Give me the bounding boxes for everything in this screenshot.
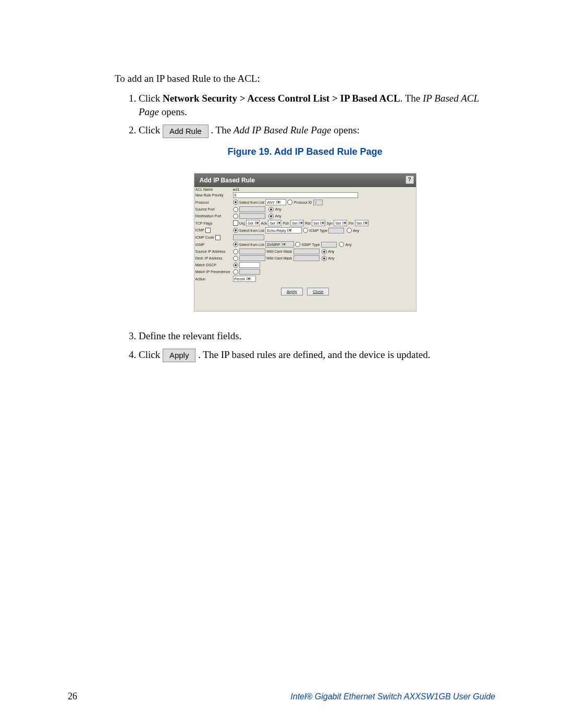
psh-label: Psh <box>283 221 289 225</box>
chevron-down-icon: ▼ <box>299 221 303 225</box>
igmp-select[interactable]: DVMRP▼ <box>265 241 294 248</box>
dialog-title-text: Add IP Based Rule <box>200 177 255 184</box>
dst-ip-label: Dest. IP Address <box>194 255 232 262</box>
step-4: Click Apply . The IP based rules are def… <box>139 348 495 363</box>
tcp-flags-checkbox[interactable] <box>233 220 238 226</box>
dialog-title: Add IP Based Rule ? <box>194 174 416 187</box>
add-rule-button[interactable]: Add Rule <box>163 125 209 138</box>
form-table: ACL Name acl1 New Rule Priority Protocol… <box>194 187 416 282</box>
icmp-select[interactable]: Echo-Reply▼ <box>265 227 302 233</box>
src-ip-any-radio[interactable] <box>322 249 327 254</box>
dialog-button-row: Apply Close <box>194 288 416 295</box>
icmp-type-input[interactable] <box>328 228 344 233</box>
dst-ip-mask-label: Wild Card Mask <box>266 256 292 260</box>
icmp-label: ICMP <box>194 227 232 234</box>
src-port-any-radio[interactable] <box>268 207 274 212</box>
icmp-checkbox[interactable] <box>205 228 211 233</box>
dst-ip-radio[interactable] <box>233 256 238 261</box>
protocol-id-radio[interactable] <box>287 200 292 205</box>
ack-label: Ack <box>261 221 267 225</box>
src-ip-mask-input[interactable] <box>293 249 320 254</box>
figure-caption: Figure 19. Add IP Based Rule Page <box>115 146 495 157</box>
action-select[interactable]: Permit▼ <box>233 276 256 282</box>
acl-name-label: ACL Name <box>194 187 232 192</box>
chevron-down-icon: ▼ <box>282 243 287 246</box>
page-number: 26 <box>68 691 77 702</box>
src-ip-mask-label: Wild Card Mask <box>266 250 292 253</box>
ipprec-radio[interactable] <box>233 269 238 275</box>
icmp-any-radio[interactable] <box>347 228 352 233</box>
icmp-list-radio[interactable] <box>233 228 238 233</box>
dst-port-radio[interactable] <box>233 214 238 219</box>
src-port-radio[interactable] <box>233 207 238 212</box>
src-ip-input[interactable] <box>239 249 265 254</box>
apply-button[interactable]: Apply <box>163 349 196 362</box>
dialog-close-button[interactable]: Close <box>307 288 329 295</box>
chevron-down-icon: ▼ <box>342 221 347 225</box>
select-from-list-label: Select from List <box>239 201 264 204</box>
chevron-down-icon: ▼ <box>287 229 292 232</box>
protocol-id-label: Protocol ID <box>294 201 312 204</box>
s4-text-b: . The IP based rules are defined, and th… <box>198 349 430 360</box>
icmp-code-checkbox[interactable] <box>215 235 221 240</box>
icmp-type-label: ICMP Type <box>310 229 327 232</box>
igmp-type-input[interactable] <box>321 242 337 248</box>
dst-port-any-label: Any <box>275 214 282 218</box>
ack-select[interactable]: Set▼ <box>268 220 282 226</box>
dst-ip-input[interactable] <box>239 255 265 261</box>
s2-text-a: Click <box>139 125 163 135</box>
fin-select[interactable]: Set▼ <box>355 220 369 226</box>
steps-list-continued: Define the relevant fields. Click Apply … <box>115 329 495 362</box>
steps-list: Click Network Security > Access Control … <box>115 92 495 138</box>
step-2: Click Add Rule . The Add IP Based Rule P… <box>139 124 495 138</box>
chevron-down-icon: ▼ <box>320 221 325 225</box>
page-footer: 26 Intel® Gigabit Ethernet Switch AXXSW1… <box>68 691 495 702</box>
icmp-type-radio[interactable] <box>303 228 308 233</box>
src-ip-label: Source IP Address <box>194 248 232 255</box>
dscp-input[interactable] <box>239 262 260 268</box>
rst-select[interactable]: Set▼ <box>312 220 325 226</box>
priority-input[interactable] <box>233 192 358 198</box>
dst-port-input[interactable] <box>239 213 265 219</box>
chevron-down-icon: ▼ <box>277 221 282 225</box>
footer-title: Intel® Gigabit Ethernet Switch AXXSW1GB … <box>290 692 495 701</box>
src-port-input[interactable] <box>239 206 265 212</box>
s2-text-b: . The <box>211 125 233 135</box>
icmp-code-input[interactable] <box>233 235 264 240</box>
s2-text-d: opens: <box>331 125 359 135</box>
ipprec-label: Match IP Precedence <box>194 268 232 275</box>
protocol-select[interactable]: ANY▼ <box>265 199 286 205</box>
igmp-list-radio[interactable] <box>233 242 238 247</box>
src-ip-any-label: Any <box>328 250 334 253</box>
action-label: Action <box>194 275 232 282</box>
intro-text: To add an IP based Rule to the ACL: <box>115 73 495 84</box>
dst-ip-any-radio[interactable] <box>322 256 327 261</box>
src-port-label: Source Port <box>194 206 232 213</box>
chevron-down-icon: ▼ <box>247 277 251 280</box>
igmp-any-radio[interactable] <box>339 242 344 247</box>
help-icon[interactable]: ? <box>406 176 414 184</box>
igmp-type-radio[interactable] <box>295 242 300 247</box>
urg-select[interactable]: Set▼ <box>246 220 260 226</box>
protocol-label: Protocol <box>194 199 232 206</box>
ipprec-input[interactable] <box>239 269 260 275</box>
psh-select[interactable]: Set▼ <box>290 220 304 226</box>
syn-label: Syn <box>326 221 333 225</box>
dst-port-any-radio[interactable] <box>268 214 274 219</box>
dst-ip-mask-input[interactable] <box>293 255 320 261</box>
acl-name-value: acl1 <box>232 187 416 192</box>
igmp-any-label: Any <box>345 243 351 246</box>
dscp-radio[interactable] <box>233 263 238 268</box>
add-ip-rule-dialog: Add IP Based Rule ? ACL Name acl1 New Ru… <box>194 173 417 312</box>
protocol-list-radio[interactable] <box>233 200 238 205</box>
s4-text-a: Click <box>139 349 163 360</box>
rst-label: Rst <box>305 221 311 225</box>
protocol-id-input[interactable] <box>313 200 323 205</box>
dst-port-label: Destination Port <box>194 213 232 219</box>
s1-path: Network Security > Access Control List >… <box>163 93 400 104</box>
dst-ip-any-label: Any <box>328 256 334 260</box>
syn-select[interactable]: Set▼ <box>334 220 347 226</box>
src-ip-radio[interactable] <box>233 249 238 254</box>
s1-text-a: Click <box>139 93 163 104</box>
dialog-apply-button[interactable]: Apply <box>281 288 303 295</box>
